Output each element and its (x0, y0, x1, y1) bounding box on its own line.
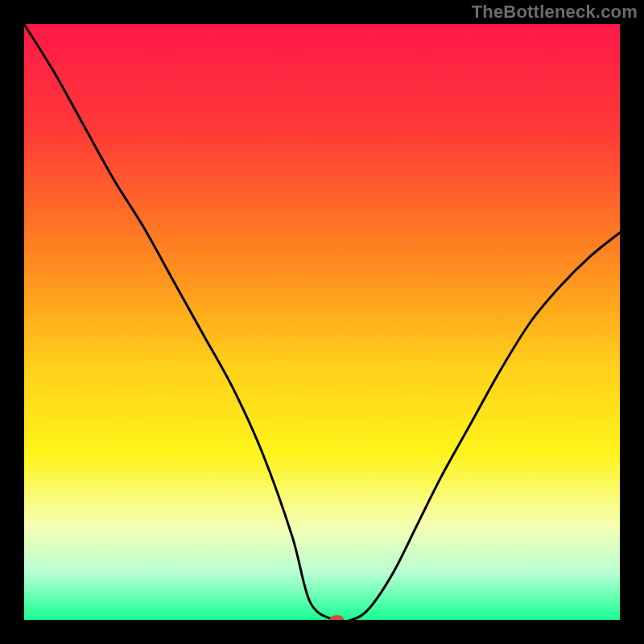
plot-area (24, 24, 620, 620)
watermark-text: TheBottleneck.com (472, 2, 638, 23)
chart-frame: TheBottleneck.com (0, 0, 644, 644)
bottleneck-chart (24, 24, 620, 620)
